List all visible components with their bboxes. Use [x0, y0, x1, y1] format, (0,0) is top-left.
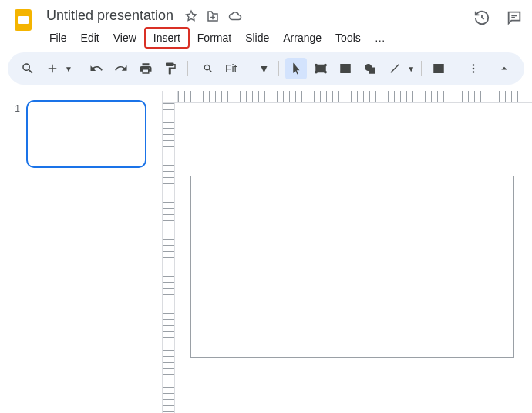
add-comment-button[interactable]: [428, 58, 450, 79]
undo-button[interactable]: [86, 58, 107, 79]
menu-tools[interactable]: Tools: [329, 29, 367, 47]
svg-point-5: [315, 71, 317, 72]
slide-thumbnails-panel: 1: [0, 91, 162, 413]
ruler-corner: [163, 91, 178, 103]
svg-rect-10: [370, 68, 375, 73]
history-icon[interactable]: [473, 9, 490, 26]
toolbar: ▼ Fit ▼ ▼: [8, 52, 524, 85]
canvas-area: [162, 91, 532, 413]
menu-edit[interactable]: Edit: [75, 29, 106, 47]
slides-logo[interactable]: [9, 6, 37, 34]
more-tools[interactable]: [463, 58, 484, 79]
paint-format-button[interactable]: [160, 58, 181, 79]
zoom-dropdown[interactable]: ▼: [258, 62, 269, 75]
redo-button[interactable]: [110, 58, 132, 79]
shape-tool[interactable]: [359, 58, 381, 79]
move-icon[interactable]: [206, 9, 220, 23]
svg-point-4: [325, 64, 326, 65]
image-tool[interactable]: [335, 58, 356, 79]
slide-number: 1: [6, 100, 20, 404]
menu-arrange[interactable]: Arrange: [277, 29, 328, 47]
zoom-button[interactable]: [197, 58, 219, 79]
new-slide-dropdown[interactable]: ▼: [65, 65, 72, 73]
menu-file[interactable]: File: [43, 29, 73, 47]
document-title[interactable]: Untitled presentation: [43, 6, 177, 25]
cloud-icon[interactable]: [227, 9, 243, 23]
svg-point-3: [315, 64, 317, 65]
print-button[interactable]: [135, 58, 157, 79]
menu-more[interactable]: …: [369, 29, 392, 47]
collapse-toolbar[interactable]: [493, 58, 515, 79]
svg-point-14: [473, 71, 475, 73]
menu-view[interactable]: View: [107, 29, 143, 47]
svg-point-12: [473, 64, 475, 66]
menu-insert[interactable]: Insert: [144, 27, 190, 49]
svg-point-13: [473, 68, 475, 70]
slide-canvas[interactable]: [190, 176, 514, 358]
menu-slide[interactable]: Slide: [239, 29, 275, 47]
comment-icon[interactable]: [506, 9, 523, 26]
search-button[interactable]: [17, 58, 39, 79]
slide-thumbnail-1[interactable]: [26, 100, 146, 168]
line-tool[interactable]: [384, 58, 406, 79]
zoom-level[interactable]: Fit: [222, 62, 241, 75]
vertical-ruler: [163, 103, 175, 413]
menu-bar: File Edit View Insert Format Slide Arran…: [43, 27, 473, 49]
horizontal-ruler: [178, 91, 532, 103]
svg-rect-1: [18, 16, 29, 24]
svg-point-6: [325, 71, 326, 72]
line-dropdown[interactable]: ▼: [407, 65, 415, 73]
star-icon[interactable]: [184, 9, 198, 23]
menu-format[interactable]: Format: [191, 29, 237, 47]
textbox-tool[interactable]: [310, 58, 332, 79]
new-slide-button[interactable]: [42, 58, 63, 79]
select-tool[interactable]: [285, 58, 307, 79]
